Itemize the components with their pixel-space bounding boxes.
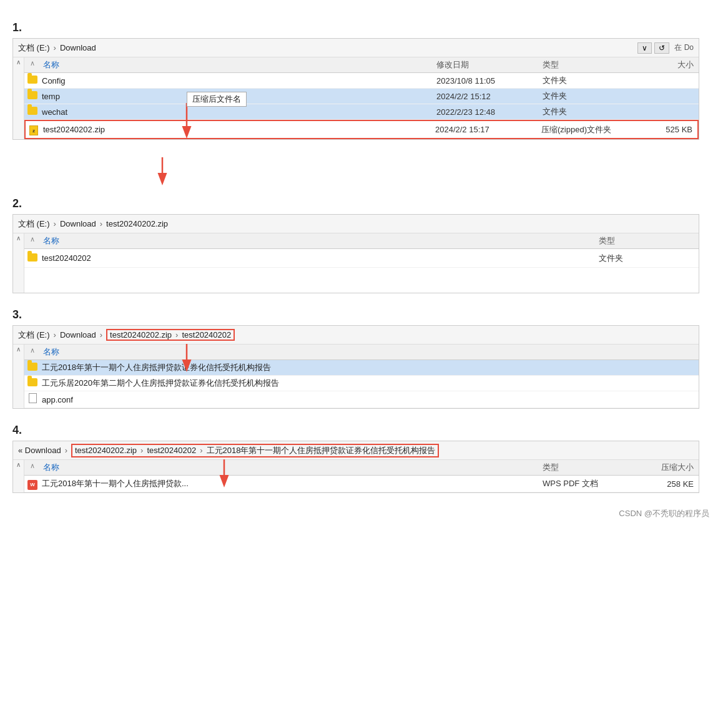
- file-date: 2023/10/8 11:05: [436, 76, 543, 86]
- col-type-1: 类型: [543, 59, 642, 71]
- file-type: 文件夹: [543, 90, 642, 102]
- section-2: 2. 文档 (E:) › Download › test20240202.zip…: [12, 197, 716, 293]
- file-type: WPS PDF 文档: [543, 478, 642, 489]
- scrollbar-2[interactable]: ∧: [13, 233, 24, 293]
- col-type-2: 类型: [599, 235, 699, 247]
- col-name-2[interactable]: 名称: [41, 235, 599, 247]
- addr-dropdown-btn[interactable]: ∨: [637, 42, 652, 54]
- table-row[interactable]: W 工元2018年第十一期个人住房抵押贷款... WPS PDF 文档 258 …: [24, 476, 699, 492]
- scroll-up-icon-2[interactable]: ∧: [16, 235, 21, 242]
- section-3-number: 3.: [12, 308, 716, 321]
- addr-folder-3: test20240202: [182, 330, 231, 340]
- section-3: 3. 文档 (E:) › Download › test20240202.zip…: [12, 308, 716, 409]
- file-name: wechat: [41, 107, 436, 117]
- addr-actions-1: ∨ ↺ 在 Do: [637, 42, 694, 54]
- folder-icon: [24, 90, 41, 102]
- addr-part-3: test20240202.zip: [106, 219, 168, 228]
- file-size: 258 KE: [642, 479, 699, 489]
- s3-file-list: 工元2018年第十一期个人住房抵押贷款证券化信托受托机构报告 工元乐居2020年…: [24, 360, 699, 408]
- inter-section-arrow: [12, 155, 716, 186]
- scroll-up-icon-3[interactable]: ∧: [16, 346, 21, 353]
- panel-wrap-4: ∧ ∧ 名称 类型 压缩大小: [13, 460, 699, 492]
- file-list-header-4: ∧ 名称 类型 压缩大小: [24, 460, 699, 476]
- file-name: 工元2018年第十一期个人住房抵押贷款...: [41, 478, 543, 489]
- file-type: 文件夹: [543, 106, 642, 117]
- addr-part-1: 文档 (E:): [18, 218, 50, 230]
- panel-wrap-3: ∧ ∧ 名称: [13, 345, 699, 408]
- addr-folder-4: test20240202: [147, 446, 196, 455]
- table-row[interactable]: temp 2024/2/2 15:12 文件夹: [24, 89, 699, 104]
- addr-refresh-btn[interactable]: ↺: [654, 42, 669, 54]
- section-1-number: 1.: [12, 21, 716, 34]
- table-row[interactable]: app.conf: [24, 391, 699, 408]
- folder-icon: [24, 362, 41, 373]
- col-name-1[interactable]: 名称: [41, 59, 436, 71]
- col-up-3: ∧: [24, 346, 41, 358]
- col-name-4[interactable]: 名称: [41, 462, 543, 473]
- file-type: 文件夹: [599, 253, 699, 264]
- addr-part-2: Download: [60, 219, 96, 228]
- explorer-window-1: 文档 (E:) › Download ∨ ↺ 在 Do ∧ ∧ 名称 修改日期 …: [12, 38, 699, 140]
- file-date: 2024/2/2 15:12: [436, 92, 543, 101]
- scroll-up-icon-4[interactable]: ∧: [16, 461, 21, 468]
- content-area-1: ∧ 名称 修改日期 类型 大小 Config 2023/10/8 11:05 文…: [24, 57, 699, 139]
- table-row[interactable]: test20240202 文件夹: [24, 249, 699, 268]
- s4-file-list: W 工元2018年第十一期个人住房抵押贷款... WPS PDF 文档 258 …: [24, 476, 699, 492]
- col-type-4: 类型: [543, 462, 642, 473]
- col-up-1: ∧: [24, 59, 41, 71]
- addr-part-folder-1: Download: [60, 43, 96, 52]
- explorer-window-4: « Download › test20240202.zip › test2024…: [12, 441, 699, 493]
- panel-wrap-1: ∧ ∧ 名称 修改日期 类型 大小 Config 2023/1: [13, 57, 699, 139]
- section-4: 4. « Download › test20240202.zip › test2…: [12, 424, 716, 493]
- file-date: 2022/2/23 12:48: [436, 107, 543, 117]
- file-list-header-3: ∧ 名称: [24, 345, 699, 360]
- addr-part-drive-1: 文档 (E:): [18, 42, 50, 54]
- file-name: Config: [41, 76, 436, 86]
- zip-icon: z: [26, 124, 42, 135]
- section-4-number: 4.: [12, 424, 716, 437]
- pdf-icon: W: [24, 477, 41, 490]
- file-list-header-1: ∧ 名称 修改日期 类型 大小: [24, 57, 699, 73]
- table-row[interactable]: wechat 2022/2/23 12:48 文件夹: [24, 104, 699, 120]
- file-name: test20240202: [41, 253, 599, 263]
- file-name: 工元2018年第十一期个人住房抵押贷款证券化信托受托机构报告: [41, 362, 699, 373]
- credit-text: CSDN @不秃职的程序员: [12, 508, 716, 519]
- col-size-1: 大小: [642, 59, 699, 71]
- section-2-number: 2.: [12, 197, 716, 210]
- scroll-up-icon[interactable]: ∧: [16, 59, 21, 66]
- table-row[interactable]: z test20240202.zip 2024/2/2 15:17 压缩(zip…: [26, 122, 697, 137]
- file-name: app.conf: [41, 395, 699, 404]
- zip-file-row-wrapper: z test20240202.zip 2024/2/2 15:17 压缩(zip…: [24, 120, 699, 139]
- scrollbar-3[interactable]: ∧: [13, 345, 24, 408]
- address-bar-3: 文档 (E:) › Download › test20240202.zip › …: [13, 326, 699, 345]
- panel-wrap-2: ∧ ∧ 名称 类型 test20240202 文件夹: [13, 233, 699, 293]
- empty-space-2: [24, 268, 699, 293]
- folder-icon: [24, 253, 41, 264]
- file-size: 525 KB: [641, 125, 697, 134]
- folder-icon: [24, 75, 41, 86]
- col-up-4: ∧: [24, 462, 41, 473]
- col-up-2: ∧: [24, 235, 41, 247]
- s1-file-list: Config 2023/10/8 11:05 文件夹 temp 2024/2/2…: [24, 73, 699, 139]
- addr-subfolder-4: 工元2018年第十一期个人住房抵押贷款证券化信托受托机构报告: [207, 445, 436, 456]
- content-area-4: ∧ 名称 类型 压缩大小: [24, 460, 699, 492]
- table-row[interactable]: Config 2023/10/8 11:05 文件夹: [24, 73, 699, 89]
- table-row[interactable]: 工元2018年第十一期个人住房抵押贷款证券化信托受托机构报告: [24, 360, 699, 376]
- scrollbar-1[interactable]: ∧: [13, 57, 24, 139]
- addr-zip-4: test20240202.zip: [75, 446, 137, 455]
- breadcrumb-highlight-4: test20240202.zip › test20240202 › 工元2018…: [71, 444, 439, 457]
- address-bar-1: 文档 (E:) › Download ∨ ↺ 在 Do: [13, 39, 699, 57]
- scrollbar-4[interactable]: ∧: [13, 460, 24, 492]
- content-area-3: ∧ 名称 工: [24, 345, 699, 408]
- addr-label: 在 Do: [674, 42, 694, 54]
- folder-icon: [24, 378, 41, 389]
- table-row[interactable]: 工元乐居2020年第二期个人住房抵押贷款证券化信托受托机构报告: [24, 376, 699, 391]
- file-date: 2024/2/2 15:17: [435, 125, 541, 134]
- breadcrumb-highlight-3: test20240202.zip › test20240202: [106, 329, 235, 341]
- folder-icon: [24, 106, 41, 117]
- file-name: 工元乐居2020年第二期个人住房抵押贷款证券化信托受托机构报告: [41, 378, 699, 389]
- file-type: 文件夹: [543, 75, 642, 86]
- col-size-4: 压缩大小: [642, 462, 699, 473]
- arrow-down-1: [150, 155, 175, 186]
- col-name-3[interactable]: 名称: [41, 346, 699, 358]
